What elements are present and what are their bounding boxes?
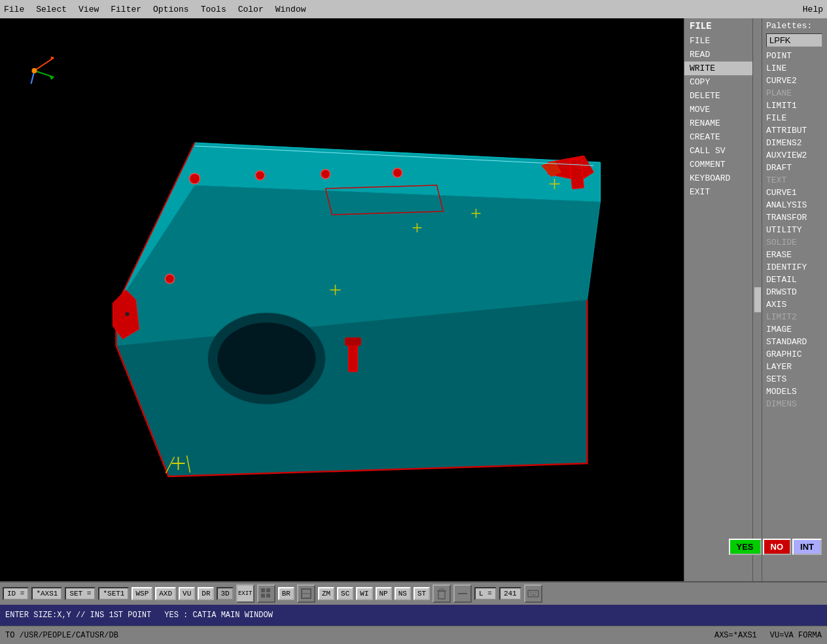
viewport[interactable] — [0, 18, 684, 581]
svg-point-10 — [190, 173, 200, 184]
ns-button[interactable]: NS — [395, 587, 411, 600]
id-value: *AXS1 — [31, 587, 62, 600]
palette-item-plane: PLANE — [762, 87, 827, 99]
svg-rect-40 — [266, 588, 270, 592]
icon-trash[interactable] — [432, 584, 451, 603]
icon-grid[interactable] — [257, 584, 275, 603]
menu-item-read[interactable]: READ — [684, 48, 752, 62]
menu-item-comment[interactable]: COMMENT — [684, 158, 752, 171]
no-button[interactable]: NO — [763, 539, 792, 555]
br-button[interactable]: BR — [278, 587, 294, 600]
palette-item-graphic[interactable]: GRAPHIC — [762, 348, 827, 361]
svg-rect-9 — [570, 158, 584, 188]
svg-point-32 — [126, 312, 130, 316]
menu-view[interactable]: View — [79, 5, 99, 14]
palette-item-limit2: LIMIT2 — [762, 311, 827, 323]
palette-item-curve2[interactable]: CURVE2 — [762, 75, 827, 87]
wi-button[interactable]: WI — [356, 587, 372, 600]
palette-item-attribut[interactable]: ATTRIBUT — [762, 124, 827, 137]
menu-filter[interactable]: Filter — [111, 5, 141, 14]
palette-item-line[interactable]: LINE — [762, 62, 827, 75]
right-panel: FILE FILEREADWRITECOPYDELETEMOVERENAMECR… — [684, 18, 752, 581]
palette-input[interactable] — [766, 33, 822, 47]
icon-box[interactable] — [297, 584, 315, 603]
palette-item-identify[interactable]: IDENTIFY — [762, 261, 827, 274]
path-text: TO /USR/PEOPLE/CATUSR/DB — [5, 631, 118, 640]
palette-item-curve1[interactable]: CURVE1 — [762, 187, 827, 199]
set-label: SET = — [65, 587, 96, 600]
palette-item-utility[interactable]: UTILITY — [762, 224, 827, 236]
main-area: FILE FILEREADWRITECOPYDELETEMOVERENAMECR… — [0, 18, 827, 581]
menu-item-rename[interactable]: RENAME — [684, 116, 752, 130]
palette-item-limit1[interactable]: LIMIT1 — [762, 99, 827, 112]
path-right: AXS=*AXS1 VU=VA FORMA — [714, 631, 822, 640]
pathbar: TO /USR/PEOPLE/CATUSR/DB AXS=*AXS1 VU=VA… — [0, 626, 827, 644]
dr-button[interactable]: DR — [198, 587, 214, 600]
menu-color[interactable]: Color — [238, 5, 264, 14]
yes-button[interactable]: YES — [729, 539, 762, 555]
palette-item-detail[interactable]: DETAIL — [762, 274, 827, 286]
svg-point-11 — [256, 171, 265, 180]
palette-item-sets[interactable]: SETS — [762, 373, 827, 385]
palette-item-point[interactable]: POINT — [762, 50, 827, 62]
palette-item-standard[interactable]: STANDARD — [762, 336, 827, 348]
palette-item-erase[interactable]: ERASE — [762, 249, 827, 261]
menu-item-file[interactable]: FILE — [684, 34, 752, 48]
palette-item-image[interactable]: IMAGE — [762, 323, 827, 336]
palette-item-dimens2[interactable]: DIMENS2 — [762, 137, 827, 149]
panel-title: FILE — [684, 18, 752, 34]
palette-item-auxview2[interactable]: AUXVIEW2 — [762, 149, 827, 162]
palette-item-transfor[interactable]: TRANSFOR — [762, 211, 827, 224]
3d-button[interactable]: 3D — [217, 587, 233, 600]
menu-options[interactable]: Options — [153, 5, 189, 14]
menu-item-exit[interactable]: EXIT — [684, 185, 752, 199]
menu-window[interactable]: Window — [275, 5, 306, 14]
vu-text: VU=VA FORMA — [770, 631, 822, 640]
l-label: L = — [474, 587, 497, 600]
right-menu-items: FILEREADWRITECOPYDELETEMOVERENAMECREATEC… — [684, 34, 752, 199]
menu-item-call-sv[interactable]: CALL SV — [684, 144, 752, 158]
cmd-text1: ENTER SIZE:X,Y // INS 1ST POINT — [5, 611, 151, 620]
int-button[interactable]: INT — [792, 539, 822, 555]
palettes-panel: Palettes: POINTLINECURVE2PLANELIMIT1FILE… — [762, 18, 827, 581]
svg-rect-47 — [440, 589, 444, 591]
palette-item-analysis[interactable]: ANALYSIS — [762, 199, 827, 211]
svg-rect-41 — [261, 594, 265, 598]
menu-file[interactable]: File — [4, 5, 24, 14]
wsp-button[interactable]: WSP — [132, 587, 152, 600]
menu-select[interactable]: Select — [36, 5, 67, 14]
palette-item-layer[interactable]: LAYER — [762, 361, 827, 373]
menu-item-move[interactable]: MOVE — [684, 103, 752, 116]
3d-model — [113, 143, 601, 476]
scroll-divider — [752, 18, 762, 581]
menu-item-copy[interactable]: COPY — [684, 75, 752, 89]
menu-tools[interactable]: Tools — [201, 5, 226, 14]
palette-item-file[interactable]: FILE — [762, 112, 827, 124]
svg-rect-42 — [266, 594, 270, 598]
icon-dash[interactable] — [453, 584, 472, 603]
palette-item-axis[interactable]: AXIS — [762, 298, 827, 311]
zm-button[interactable]: ZM — [318, 587, 334, 600]
palette-item-models[interactable]: MODELS — [762, 385, 827, 398]
st-button[interactable]: ST — [414, 587, 430, 600]
menu-item-write[interactable]: WRITE — [684, 62, 752, 75]
menu-help[interactable]: Help — [803, 5, 823, 14]
exit-button[interactable]: EXIT — [236, 584, 255, 603]
vu-button[interactable]: VU — [179, 587, 195, 600]
menu-item-create[interactable]: CREATE — [684, 130, 752, 144]
palette-item-draft[interactable]: DRAFT — [762, 162, 827, 174]
scroll-thumb[interactable] — [754, 287, 762, 313]
palettes-title: Palettes: — [762, 18, 827, 33]
menu-item-delete[interactable]: DELETE — [684, 89, 752, 103]
sc-button[interactable]: SC — [337, 587, 353, 600]
svg-rect-18 — [345, 338, 361, 346]
axd-button[interactable]: AXD — [155, 587, 176, 600]
svg-point-5 — [218, 323, 316, 395]
menu-item-keyboard[interactable]: KEYBOARD — [684, 171, 752, 185]
svg-point-12 — [321, 170, 330, 179]
palette-item-drwstd[interactable]: DRWSTD — [762, 286, 827, 298]
icon-keyboard[interactable] — [524, 584, 542, 603]
np-button[interactable]: NP — [376, 587, 392, 600]
svg-point-15 — [166, 274, 175, 283]
palette-items: POINTLINECURVE2PLANELIMIT1FILEATTRIBUTDI… — [762, 50, 827, 410]
